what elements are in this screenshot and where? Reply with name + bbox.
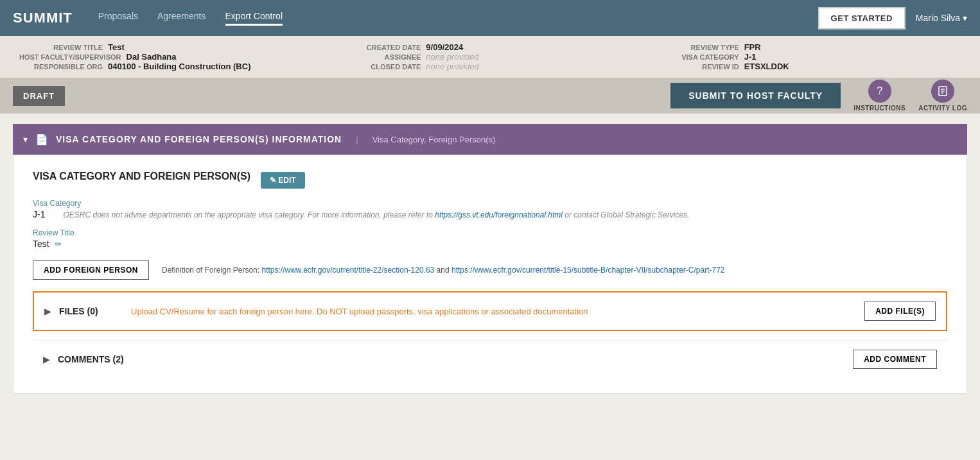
closed-date-label: CLOSED DATE — [337, 63, 421, 71]
visa-category-meta-value: J-1 — [744, 52, 757, 62]
content-area: VISA CATEGORY AND FOREIGN PERSON(S) ✎ ED… — [13, 155, 967, 394]
instructions-label: INSTRUCTIONS — [853, 105, 906, 112]
add-files-button[interactable]: ADD FILE(S) — [864, 302, 936, 321]
content-heading-row: VISA CATEGORY AND FOREIGN PERSON(S) ✎ ED… — [33, 171, 947, 190]
section-header: ▾ 📄 VISA CATEGORY AND FOREIGN PERSON(S) … — [13, 124, 967, 155]
meta-col-2: CREATED DATE 9/09/2024 ASSIGNEE none pro… — [337, 42, 642, 71]
user-menu[interactable]: Mario Silva ▾ — [916, 13, 967, 23]
content-heading: VISA CATEGORY AND FOREIGN PERSON(S) — [33, 171, 250, 182]
section-document-icon: 📄 — [35, 133, 48, 146]
visa-note: OESRC does not advise departments on the… — [63, 210, 689, 219]
assignee-label: ASSIGNEE — [337, 53, 421, 61]
review-title-field-value: Test — [33, 239, 49, 249]
comments-expand-icon[interactable]: ▶ — [43, 354, 50, 364]
host-faculty-row: HOST FACULTY/SUPERVISOR Dal Sadhana — [19, 52, 324, 62]
files-section: ▶ FILES (0) Upload CV/Resume for each fo… — [33, 291, 947, 331]
meta-col-3: REVIEW TYPE FPR VISA CATEGORY J-1 REVIEW… — [656, 42, 961, 71]
files-expand-icon[interactable]: ▶ — [44, 306, 51, 316]
assignee-value: none provided — [426, 52, 478, 62]
review-title-value: Test — [108, 42, 125, 52]
review-id-value: ETSXLDDK — [744, 62, 789, 71]
review-title-field-label: Review Title — [33, 228, 947, 237]
host-faculty-label: HOST FACULTY/SUPERVISOR — [19, 53, 121, 61]
section-title: VISA CATEGORY AND FOREIGN PERSON(S) INFO… — [56, 134, 342, 144]
visa-note2-text: or contact Global Strategic Services. — [564, 210, 689, 219]
nav-links: Proposals Agreements Export Control — [98, 11, 818, 26]
edit-button[interactable]: ✎ EDIT — [261, 172, 305, 189]
instructions-group[interactable]: ? INSTRUCTIONS — [853, 80, 906, 112]
responsible-org-row: RESPONSIBLE ORG 040100 - Building Constr… — [19, 62, 324, 71]
add-comment-button[interactable]: ADD COMMENT — [853, 350, 937, 369]
logo: SUMMIT — [13, 10, 73, 26]
host-faculty-value: Dal Sadhana — [127, 52, 177, 62]
draft-badge: DRAFT — [13, 86, 65, 106]
nav-agreements[interactable]: Agreements — [157, 11, 206, 26]
visa-note-text: OESRC does not advise departments on the… — [63, 210, 432, 219]
definition-prefix: Definition of Foreign Person: — [162, 266, 259, 275]
visa-category-meta-row: VISA CATEGORY J-1 — [656, 52, 961, 62]
nav-proposals[interactable]: Proposals — [98, 11, 138, 26]
closed-date-value: none provided — [426, 62, 478, 71]
submit-to-host-faculty-button[interactable]: SUBMIT TO HOST FACULTY — [670, 83, 841, 108]
activity-log-icon — [931, 80, 954, 103]
meta-bar: REVIEW TITLE Test HOST FACULTY/SUPERVISO… — [0, 36, 980, 78]
visa-link[interactable]: https://gss.vt.edu/foreignnational.html — [435, 210, 563, 219]
review-title-label: REVIEW TITLE — [19, 44, 103, 51]
nav-right: GET STARTED Mario Silva ▾ — [818, 7, 967, 30]
definition-and: and — [437, 266, 450, 275]
action-bar: DRAFT SUBMIT TO HOST FACULTY ? INSTRUCTI… — [0, 78, 980, 114]
review-type-label: REVIEW TYPE — [656, 44, 739, 51]
files-note: Upload CV/Resume for each foreign person… — [131, 307, 857, 316]
comments-label: COMMENTS (2) — [58, 354, 845, 364]
review-title-edit-icon[interactable]: ✏ — [55, 239, 62, 249]
definition-link1[interactable]: https://www.ecfr.gov/current/title-22/se… — [261, 266, 434, 275]
visa-category-meta-label: VISA CATEGORY — [656, 53, 739, 61]
instructions-icon: ? — [868, 80, 891, 103]
section-collapse-icon[interactable]: ▾ — [23, 134, 28, 144]
responsible-org-value: 040100 - Building Construction (BC) — [108, 62, 250, 71]
review-type-value: FPR — [744, 42, 761, 52]
get-started-button[interactable]: GET STARTED — [818, 7, 906, 30]
action-right: SUBMIT TO HOST FACULTY ? INSTRUCTIONS AC… — [670, 80, 967, 112]
foreign-def-text: Definition of Foreign Person: https://ww… — [162, 266, 725, 275]
closed-date-row: CLOSED DATE none provided — [337, 62, 642, 71]
files-label: FILES (0) — [59, 306, 123, 316]
section-divider: | — [356, 135, 358, 144]
activity-log-group[interactable]: ACTIVITY LOG — [918, 80, 967, 112]
activity-log-label: ACTIVITY LOG — [918, 105, 967, 112]
responsible-org-label: RESPONSIBLE ORG — [19, 63, 103, 71]
comments-section: ▶ COMMENTS (2) ADD COMMENT — [33, 340, 947, 378]
created-date-row: CREATED DATE 9/09/2024 — [337, 42, 642, 52]
review-id-row: REVIEW ID ETSXLDDK — [656, 62, 961, 71]
review-title-field-row: Test ✏ — [33, 239, 947, 249]
assignee-row: ASSIGNEE none provided — [337, 52, 642, 62]
visa-category-field-label: Visa Category — [33, 199, 947, 208]
top-navigation: SUMMIT Proposals Agreements Export Contr… — [0, 0, 980, 36]
meta-col-1: REVIEW TITLE Test HOST FACULTY/SUPERVISO… — [19, 42, 324, 71]
nav-export-control[interactable]: Export Control — [225, 11, 283, 26]
add-foreign-person-button[interactable]: ADD FOREIGN PERSON — [33, 260, 149, 280]
review-type-row: REVIEW TYPE FPR — [656, 42, 961, 52]
section-subtitle: Visa Category, Foreign Person(s) — [372, 135, 496, 144]
created-date-value: 9/09/2024 — [426, 42, 463, 52]
review-title-row: REVIEW TITLE Test — [19, 42, 324, 52]
add-foreign-row: ADD FOREIGN PERSON Definition of Foreign… — [33, 260, 947, 280]
created-date-label: CREATED DATE — [337, 44, 421, 51]
visa-category-field-row: J-1 OESRC does not advise departments on… — [33, 209, 947, 219]
visa-category-field-value: J-1 — [33, 209, 45, 219]
definition-link2[interactable]: https://www.ecfr.gov/current/title-15/su… — [451, 266, 725, 275]
review-id-label: REVIEW ID — [656, 63, 739, 71]
